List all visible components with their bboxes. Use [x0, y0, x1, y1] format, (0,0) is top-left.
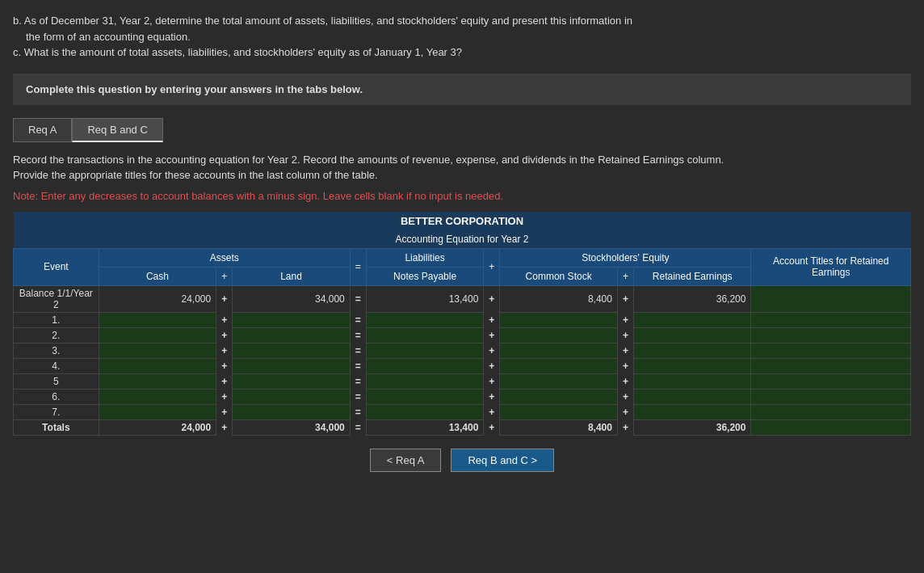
event-3-common-input[interactable] — [503, 345, 614, 356]
event-1-cash-input[interactable] — [103, 314, 213, 326]
event-4-cash-input[interactable] — [103, 360, 213, 372]
totals-land: 34,000 — [233, 419, 351, 435]
event-7-common-input[interactable] — [503, 407, 614, 418]
event-6-land-input[interactable] — [236, 391, 346, 402]
totals-row: Totals 24,000 + 34,000 = 13,400 + 8,400 … — [14, 419, 911, 435]
event-2-cash-input[interactable] — [103, 330, 213, 341]
event-4-retained[interactable] — [633, 358, 751, 373]
event-3-retained[interactable] — [633, 343, 751, 358]
event-6-common-input[interactable] — [503, 391, 614, 402]
event-6-account-title[interactable] — [751, 389, 911, 404]
event-1-notes-input[interactable] — [370, 314, 481, 326]
desc-line2: Provide the appropriate titles for these… — [13, 167, 911, 183]
event-4-common[interactable] — [500, 358, 618, 373]
event-6-cash[interactable] — [99, 389, 216, 404]
event-7-notes-input[interactable] — [370, 407, 481, 418]
event-3-cash[interactable] — [99, 343, 216, 358]
event-7-notes[interactable] — [366, 404, 484, 419]
event-1-land[interactable] — [233, 312, 351, 327]
balance-common-stock: 8,400 — [500, 285, 618, 312]
event-1-account-title[interactable] — [751, 312, 911, 327]
event-5-account-title[interactable] — [751, 373, 911, 389]
event-4-land-input[interactable] — [236, 360, 346, 372]
event-1-land-input[interactable] — [236, 314, 346, 326]
event-7-land-input[interactable] — [236, 407, 346, 418]
event-2-common-input[interactable] — [503, 330, 614, 341]
event-2-common[interactable] — [500, 327, 618, 343]
event-1-retained[interactable] — [633, 312, 751, 327]
event-4-retained-input[interactable] — [637, 360, 748, 372]
event-4-notes-input[interactable] — [370, 360, 481, 372]
event-4-common-input[interactable] — [503, 360, 614, 372]
event-3-notes[interactable] — [366, 343, 484, 358]
event-6-notes[interactable] — [366, 389, 484, 404]
event-7-retained-input[interactable] — [637, 407, 748, 418]
event-5-notes-input[interactable] — [370, 376, 481, 387]
event-5-cash-input[interactable] — [103, 376, 213, 387]
event-3-land[interactable] — [233, 343, 351, 358]
event-3-cash-input[interactable] — [103, 345, 213, 356]
event-5-retained-input[interactable] — [637, 376, 748, 387]
event-3-common[interactable] — [500, 343, 618, 358]
prev-button[interactable]: < Req A — [370, 449, 442, 472]
event-4-title-input[interactable] — [754, 360, 907, 372]
event-2-account-title[interactable] — [751, 327, 911, 343]
event-6-retained-input[interactable] — [637, 391, 748, 402]
event-5-retained[interactable] — [633, 373, 751, 389]
event-7-common[interactable] — [500, 404, 618, 419]
balance-plus3: + — [617, 285, 633, 312]
event-5-title-input[interactable] — [754, 376, 907, 387]
e4-plus3: + — [617, 358, 633, 373]
desc-line1: Record the transactions in the accountin… — [13, 152, 911, 168]
event-7-retained[interactable] — [633, 404, 751, 419]
event-2-notes[interactable] — [366, 327, 484, 343]
event-5-cash[interactable] — [99, 373, 216, 389]
event-4-land[interactable] — [233, 358, 351, 373]
balance-account-title-input[interactable] — [754, 293, 907, 305]
event-7-land[interactable] — [233, 404, 351, 419]
event-1-common[interactable] — [500, 312, 618, 327]
event-6-title-input[interactable] — [754, 391, 907, 402]
event-6-notes-input[interactable] — [370, 391, 481, 402]
description-section: Record the transactions in the accountin… — [13, 152, 911, 183]
event-7-title-input[interactable] — [754, 407, 907, 418]
event-2-land-input[interactable] — [236, 330, 346, 341]
event-7-cash-input[interactable] — [103, 407, 213, 418]
event-2-title-input[interactable] — [754, 330, 907, 341]
event-3-retained-input[interactable] — [637, 345, 748, 356]
tab-req-b-and-c[interactable]: Req B and C — [72, 118, 162, 142]
event-3-land-input[interactable] — [236, 345, 346, 356]
event-1-retained-input[interactable] — [637, 314, 748, 326]
event-3-notes-input[interactable] — [370, 345, 481, 356]
event-4-notes[interactable] — [366, 358, 484, 373]
event-5-land-input[interactable] — [236, 376, 346, 387]
event-7-cash[interactable] — [99, 404, 216, 419]
event-6-common[interactable] — [500, 389, 618, 404]
event-1-notes[interactable] — [366, 312, 484, 327]
event-6-land[interactable] — [233, 389, 351, 404]
event-2-retained-input[interactable] — [637, 330, 748, 341]
event-2-cash[interactable] — [99, 327, 216, 343]
event-6-retained[interactable] — [633, 389, 751, 404]
event-5-common[interactable] — [500, 373, 618, 389]
next-button[interactable]: Req B and C > — [451, 449, 554, 472]
event-4-cash[interactable] — [99, 358, 216, 373]
event-1-title-input[interactable] — [754, 314, 907, 326]
event-3-title-input[interactable] — [754, 345, 907, 356]
event-1-common-input[interactable] — [503, 314, 614, 326]
event-5-land[interactable] — [233, 373, 351, 389]
event-2-notes-input[interactable] — [370, 330, 481, 341]
event-1-cash[interactable] — [99, 312, 216, 327]
balance-account-title[interactable] — [751, 285, 911, 312]
event-7-account-title[interactable] — [751, 404, 911, 419]
tab-req-a[interactable]: Req A — [13, 118, 72, 142]
event-5-common-input[interactable] — [503, 376, 614, 387]
event-2-retained[interactable] — [633, 327, 751, 343]
event-2-land[interactable] — [233, 327, 351, 343]
event-5-notes[interactable] — [366, 373, 484, 389]
totals-notes-payable: 13,400 — [366, 419, 484, 435]
event-6-cash-input[interactable] — [103, 391, 213, 402]
event-3-account-title[interactable] — [751, 343, 911, 358]
event-4-account-title[interactable] — [751, 358, 911, 373]
event-row-2: 2. + = + + — [14, 327, 911, 343]
